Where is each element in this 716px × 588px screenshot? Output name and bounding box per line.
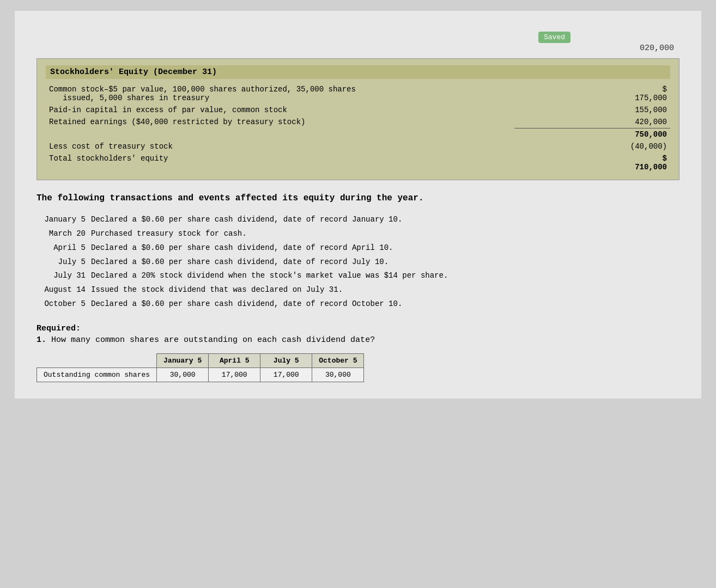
subtotal-spacer — [46, 128, 514, 141]
col-header-jul5: July 5 — [260, 353, 312, 367]
common-stock-value: $175,000 — [514, 83, 671, 104]
saved-badge: Saved — [538, 32, 571, 43]
required-label: Required: — [37, 324, 679, 333]
transaction-jul5-date: July 5 — [42, 256, 91, 269]
cell-jul5[interactable] — [260, 367, 312, 382]
transaction-jan5: January 5 Declared a $0.60 per share cas… — [42, 213, 679, 226]
transaction-mar20-text: Purchased treasury stock for cash. — [91, 228, 679, 241]
transaction-jul31-date: July 31 — [42, 270, 91, 283]
col-header-jan5: January 5 — [157, 353, 209, 367]
question-text: 1. How many common shares are outstandin… — [37, 335, 679, 345]
transaction-jul5: July 5 Declared a $0.60 per share cash d… — [42, 256, 679, 269]
paidin-value: 155,000 — [514, 104, 671, 116]
cell-jan5[interactable] — [157, 367, 209, 382]
equity-row-paidin: Paid-in capital in excess of par value, … — [46, 104, 670, 116]
question-number: 1. — [37, 335, 46, 345]
required-section: Required: 1. How many common shares are … — [37, 324, 679, 382]
transaction-aug14-date: August 14 — [42, 284, 91, 297]
equity-section-title: Stockholders' Equity (December 31) — [46, 65, 670, 79]
paidin-label: Paid-in capital in excess of par value, … — [46, 104, 514, 116]
transaction-aug14: August 14 Issued the stock dividend that… — [42, 284, 679, 297]
transaction-oct5-date: October 5 — [42, 298, 91, 311]
question-body: How many common shares are outstanding o… — [51, 335, 375, 345]
equity-subtotal-row: 750,000 — [46, 128, 670, 141]
top-bar: Saved — [37, 27, 679, 40]
top-value: 020,000 — [37, 44, 679, 53]
transaction-jul31-text: Declared a 20% stock dividend when the s… — [91, 270, 679, 283]
transactions-section: The following transactions and events af… — [37, 191, 679, 311]
input-jan5[interactable] — [163, 371, 202, 379]
transaction-apr5-date: April 5 — [42, 242, 91, 255]
retained-value: 420,000 — [514, 116, 671, 128]
row-label-outstanding: Outstanding common shares — [37, 367, 157, 382]
equity-section: Stockholders' Equity (December 31) Commo… — [37, 58, 679, 180]
equity-table: Common stock–$5 par value, 100,000 share… — [46, 83, 670, 173]
treasury-label: Less cost of treasury stock — [46, 140, 514, 152]
total-label: Total stockholders' equity — [46, 152, 514, 173]
transaction-jan5-date: January 5 — [42, 213, 91, 226]
transaction-apr5-text: Declared a $0.60 per share cash dividend… — [91, 242, 679, 255]
transaction-jan5-text: Declared a $0.60 per share cash dividend… — [91, 213, 679, 226]
transaction-list: January 5 Declared a $0.60 per share cas… — [37, 213, 679, 311]
transaction-jul5-text: Declared a $0.60 per share cash dividend… — [91, 256, 679, 269]
transaction-oct5-text: Declared a $0.60 per share cash dividend… — [91, 298, 679, 311]
table-header-row: January 5 April 5 July 5 October 5 — [37, 353, 364, 367]
transaction-apr5: April 5 Declared a $0.60 per share cash … — [42, 242, 679, 255]
transaction-mar20-date: March 20 — [42, 228, 91, 241]
treasury-value: (40,000) — [514, 140, 671, 152]
outstanding-shares-table: January 5 April 5 July 5 October 5 Outst… — [37, 353, 364, 382]
input-oct5[interactable] — [319, 371, 357, 379]
equity-row-common: Common stock–$5 par value, 100,000 share… — [46, 83, 670, 104]
input-jul5[interactable] — [267, 371, 305, 379]
input-apr5[interactable] — [215, 371, 253, 379]
equity-row-retained: Retained earnings ($40,000 restricted by… — [46, 116, 670, 128]
total-value: $710,000 — [514, 152, 671, 173]
cell-oct5[interactable] — [312, 367, 364, 382]
subtotal-value: 750,000 — [514, 128, 671, 141]
col-header-oct5: October 5 — [312, 353, 364, 367]
equity-row-total: Total stockholders' equity $710,000 — [46, 152, 670, 173]
common-stock-label: Common stock–$5 par value, 100,000 share… — [46, 83, 514, 104]
cell-apr5[interactable] — [209, 367, 260, 382]
table-row-outstanding: Outstanding common shares — [37, 367, 364, 382]
transaction-jul31: July 31 Declared a 20% stock dividend wh… — [42, 270, 679, 283]
empty-header — [37, 353, 157, 367]
transaction-aug14-text: Issued the stock dividend that was decla… — [91, 284, 679, 297]
transaction-mar20: March 20 Purchased treasury stock for ca… — [42, 228, 679, 241]
equity-row-treasury: Less cost of treasury stock (40,000) — [46, 140, 670, 152]
retained-label: Retained earnings ($40,000 restricted by… — [46, 116, 514, 128]
transactions-intro: The following transactions and events af… — [37, 191, 679, 206]
transaction-oct5: October 5 Declared a $0.60 per share cas… — [42, 298, 679, 311]
col-header-apr5: April 5 — [209, 353, 260, 367]
